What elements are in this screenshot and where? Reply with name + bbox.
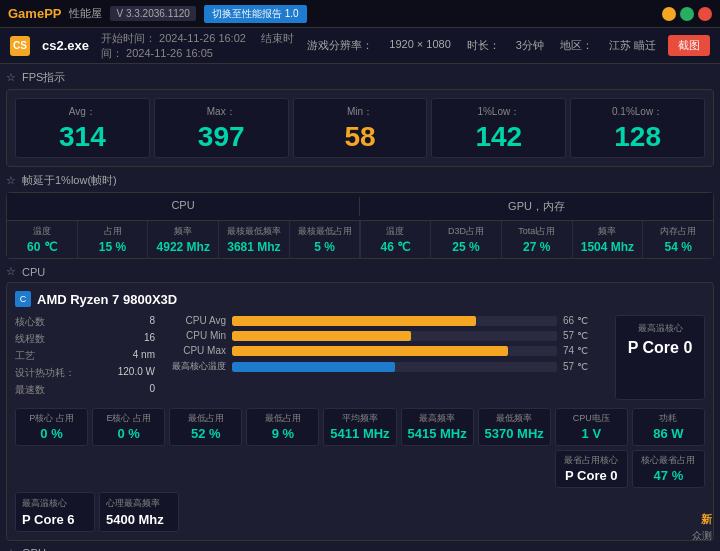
bar-fill-hotcore bbox=[232, 362, 395, 372]
perf-panel: CPU GPU，内存 温度 60 ℃ 占用 15 % 频率 4922 Mhz bbox=[6, 192, 714, 259]
cpu-section: CPU C AMD Ryzen 7 9800X3D 核心数 8 线程数 16 bbox=[6, 265, 714, 541]
process-icon: CS bbox=[10, 36, 30, 56]
perf-mem-usage: 内存占用 54 % bbox=[643, 221, 713, 258]
mode-badge[interactable]: 切换至性能报告 1.0 bbox=[204, 5, 307, 23]
cpu-name: AMD Ryzen 7 9800X3D bbox=[37, 292, 177, 307]
gpu-section-title: GPU bbox=[6, 547, 714, 551]
region-value: 江苏 瞄迁 bbox=[609, 38, 656, 53]
perf-gpu-header: GPU，内存 bbox=[360, 197, 713, 216]
bar-cpu-min: CPU Min 57 ℃ bbox=[171, 330, 599, 341]
perf-cpu-min-usage: 最核最低占用 5 % bbox=[290, 221, 360, 258]
fps-avg-value: 314 bbox=[24, 123, 141, 151]
bottom-max-freq: 心理最高频率 5400 Mhz bbox=[99, 492, 179, 532]
perf-gpu-d3d: D3D占用 25 % bbox=[431, 221, 501, 258]
perf-gpu-metrics: 温度 46 ℃ D3D占用 25 % Total占用 27 % 频率 1504 … bbox=[361, 221, 714, 258]
perf-gpu-total: Total占用 27 % bbox=[502, 221, 572, 258]
cpu-hotcore: 最高温核心 P Core 0 bbox=[615, 315, 705, 400]
fps-min-value: 58 bbox=[302, 123, 419, 151]
start-label: 开始时间： bbox=[101, 32, 156, 44]
hotcore-label: 最高温核心 bbox=[622, 322, 698, 335]
watermark-logo: 新 bbox=[701, 512, 712, 527]
main-content: FPS指示 Avg： 314 Max： 397 Min： 58 1%Low： 1… bbox=[0, 64, 720, 551]
cpu-metrics-grid2: 最省占用核心 P Core 0 核心最省占用 47 % bbox=[15, 450, 705, 488]
bar-fill-avg bbox=[232, 316, 476, 326]
perf-cpu-metrics: 温度 60 ℃ 占用 15 % 频率 4922 Mhz 最核最低频率 3681 … bbox=[7, 221, 360, 258]
win-controls bbox=[662, 7, 712, 21]
perf-cpu-temp: 温度 60 ℃ bbox=[7, 221, 77, 258]
metric-p-core-usage: P核心 占用 0 % bbox=[15, 408, 88, 446]
fps-min: Min： 58 bbox=[293, 98, 428, 158]
cpu-layout: 核心数 8 线程数 16 工艺 4 nm 设计热功耗： 120.0 W bbox=[15, 315, 705, 400]
process-name: cs2.exe bbox=[42, 38, 89, 53]
bar-cpu-max: CPU Max 74 ℃ bbox=[171, 345, 599, 356]
app-logo: GamePP bbox=[8, 6, 61, 21]
hotcore-value: P Core 0 bbox=[622, 339, 698, 357]
perf-cpu-header: CPU bbox=[7, 197, 360, 216]
header-info: 开始时间： 2024-11-26 16:02 结束时间： 2024-11-26 … bbox=[101, 31, 295, 61]
watermark-text: 众测 bbox=[692, 529, 712, 543]
watermark: 新 众测 bbox=[692, 512, 712, 543]
perf-gpu-freq: 频率 1504 Mhz bbox=[573, 221, 643, 258]
resolution-label: 游戏分辨率： bbox=[307, 38, 373, 53]
cpu-metrics-grid: P核心 占用 0 % E核心 占用 0 % 最低占用 52 % 最低占用 9 %… bbox=[15, 408, 705, 446]
perf-cpu-usage: 占用 15 % bbox=[78, 221, 148, 258]
titlebar-left: GamePP 性能屋 V 3.3.2036.1120 切换至性能报告 1.0 bbox=[8, 5, 307, 23]
fps-max-label: Max： bbox=[163, 105, 280, 119]
fps-max: Max： 397 bbox=[154, 98, 289, 158]
fps-avg: Avg： 314 bbox=[15, 98, 150, 158]
perf-panel-header: CPU GPU，内存 bbox=[7, 193, 713, 221]
perf-gpu-temp: 温度 46 ℃ bbox=[361, 221, 431, 258]
fps-avg-label: Avg： bbox=[24, 105, 141, 119]
cpu-section-title: CPU bbox=[6, 265, 714, 278]
cpu-panel-header: C AMD Ryzen 7 9800X3D bbox=[15, 291, 705, 307]
bar-hot-core: 最高核心温度 57 ℃ bbox=[171, 360, 599, 373]
metric-power: 功耗 86 W bbox=[632, 408, 705, 446]
metric-e-core-usage: E核心 占用 0 % bbox=[92, 408, 165, 446]
duration-value: 3分钟 bbox=[516, 38, 544, 53]
perf-section: 帧延于1%low(帧时) CPU GPU，内存 温度 60 ℃ 占用 15 % bbox=[6, 173, 714, 259]
start-time: 2024-11-26 16:02 bbox=[159, 32, 246, 44]
metric-max-freq: 最高频率 5415 MHz bbox=[401, 408, 474, 446]
gpu-section: GPU AMD Radeon RX 7900 XT 显存： 20G GDDR6 … bbox=[6, 547, 714, 551]
minimize-button[interactable] bbox=[662, 7, 676, 21]
cpu-spec-tdp: 设计热功耗： 120.0 W bbox=[15, 366, 155, 380]
fps-1low-value: 142 bbox=[440, 123, 557, 151]
bottom-hotcore: 最高温核心 P Core 6 bbox=[15, 492, 95, 532]
cpu-specs: 核心数 8 线程数 16 工艺 4 nm 设计热功耗： 120.0 W bbox=[15, 315, 155, 400]
cpu-spec-cores: 核心数 8 bbox=[15, 315, 155, 329]
app-subtitle: 性能屋 bbox=[69, 6, 102, 21]
metric-cpu-voltage: CPU电压 1 V bbox=[555, 408, 628, 446]
cpu-icon: C bbox=[15, 291, 31, 307]
bar-track-max bbox=[232, 346, 557, 356]
perf-metrics-row: 温度 60 ℃ 占用 15 % 频率 4922 Mhz 最核最低频率 3681 … bbox=[7, 221, 713, 258]
cpu-panel: C AMD Ryzen 7 9800X3D 核心数 8 线程数 16 工艺 bbox=[6, 282, 714, 541]
header-stats: 游戏分辨率： 1920 × 1080 时长： 3分钟 地区： 江苏 瞄迁 bbox=[307, 38, 656, 53]
region-label: 地区： bbox=[560, 38, 593, 53]
resolution-value: 1920 × 1080 bbox=[389, 38, 450, 53]
app-header: CS cs2.exe 开始时间： 2024-11-26 16:02 结束时间： … bbox=[0, 28, 720, 64]
metric-min-usage: 最低占用 52 % bbox=[169, 408, 242, 446]
bar-track-hotcore bbox=[232, 362, 557, 372]
metric-min-usage2: 最低占用 9 % bbox=[246, 408, 319, 446]
bar-track-avg bbox=[232, 316, 557, 326]
cpu-chart-area: CPU Avg 66 ℃ CPU Min 57 ℃ bbox=[163, 315, 607, 400]
bar-fill-min bbox=[232, 331, 411, 341]
maximize-button[interactable] bbox=[680, 7, 694, 21]
fps-1low-label: 1%Low： bbox=[440, 105, 557, 119]
fps-1low: 1%Low： 142 bbox=[431, 98, 566, 158]
bar-track-min bbox=[232, 331, 557, 341]
cpu-spec-extra: 最速数 0 bbox=[15, 383, 155, 397]
fps-max-value: 397 bbox=[163, 123, 280, 151]
record-button[interactable]: 截图 bbox=[668, 35, 710, 56]
fps-min-label: Min： bbox=[302, 105, 419, 119]
metric-efficient-core: 最省占用核心 P Core 0 bbox=[555, 450, 628, 488]
titlebar: GamePP 性能屋 V 3.3.2036.1120 切换至性能报告 1.0 bbox=[0, 0, 720, 28]
fps-01low-value: 128 bbox=[579, 123, 696, 151]
duration-label: 时长： bbox=[467, 38, 500, 53]
fps-section: FPS指示 Avg： 314 Max： 397 Min： 58 1%Low： 1… bbox=[6, 70, 714, 167]
metric-min-freq: 最低频率 5370 MHz bbox=[478, 408, 551, 446]
cpu-bottom-cells: 最高温核心 P Core 6 心理最高频率 5400 Mhz bbox=[15, 492, 705, 532]
close-button[interactable] bbox=[698, 7, 712, 21]
fps-section-title: FPS指示 bbox=[6, 70, 714, 85]
version-tag: V 3.3.2036.1120 bbox=[110, 6, 195, 21]
